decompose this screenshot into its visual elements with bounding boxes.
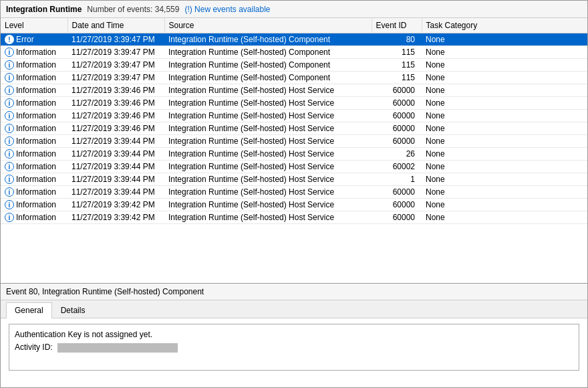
table-row[interactable]: iInformation11/27/2019 3:39:46 PMIntegra… (1, 84, 587, 97)
level-text: Information (16, 111, 56, 120)
app-title: Integration Runtime (6, 5, 82, 14)
col-source[interactable]: Source (164, 18, 372, 33)
col-eventid[interactable]: Event ID (372, 18, 422, 33)
info-icon: i (5, 60, 14, 70)
level-text: Information (16, 47, 56, 57)
cell-source: Integration Runtime (Self-hosted) Host S… (164, 211, 372, 224)
table-row[interactable]: iInformation11/27/2019 3:39:46 PMIntegra… (1, 122, 587, 135)
table-row[interactable]: iInformation11/27/2019 3:39:46 PMIntegra… (1, 110, 587, 122)
table-row[interactable]: iInformation11/27/2019 3:39:42 PMIntegra… (1, 199, 587, 211)
cell-datetime: 11/27/2019 3:39:47 PM (67, 59, 164, 72)
error-icon: ! (5, 35, 14, 44)
cell-source: Integration Runtime (Self-hosted) Host S… (164, 110, 372, 122)
cell-taskcategory: None (422, 186, 587, 199)
cell-source: Integration Runtime (Self-hosted) Compon… (164, 59, 372, 72)
table-row[interactable]: iInformation11/27/2019 3:39:42 PMIntegra… (1, 211, 587, 224)
cell-datetime: 11/27/2019 3:39:47 PM (67, 33, 164, 46)
tab-details[interactable]: Details (52, 302, 94, 318)
cell-datetime: 11/27/2019 3:39:44 PM (67, 135, 164, 148)
cell-eventid: 1 (372, 173, 422, 186)
cell-source: Integration Runtime (Self-hosted) Compon… (164, 46, 372, 59)
cell-datetime: 11/27/2019 3:39:46 PM (67, 84, 164, 97)
cell-eventid: 26 (372, 148, 422, 161)
table-row[interactable]: iInformation11/27/2019 3:39:46 PMIntegra… (1, 97, 587, 110)
cell-source: Integration Runtime (Self-hosted) Host S… (164, 148, 372, 161)
cell-source: Integration Runtime (Self-hosted) Host S… (164, 97, 372, 110)
level-text: Information (16, 200, 56, 209)
info-icon: i (5, 98, 14, 108)
table-row[interactable]: !Error11/27/2019 3:39:47 PMIntegration R… (1, 33, 587, 46)
cell-level: iInformation (1, 211, 67, 224)
cell-level: iInformation (1, 173, 67, 186)
cell-eventid: 60000 (372, 122, 422, 135)
cell-eventid: 115 (372, 59, 422, 72)
level-text: Information (16, 73, 56, 82)
level-text: Information (16, 162, 56, 171)
cell-level: iInformation (1, 46, 67, 59)
cell-datetime: 11/27/2019 3:39:44 PM (67, 161, 164, 173)
col-datetime[interactable]: Date and Time (67, 18, 164, 33)
level-text: Information (16, 98, 56, 108)
cell-eventid: 60000 (372, 211, 422, 224)
col-taskcategory[interactable]: Task Category (422, 18, 587, 33)
level-text: Information (16, 124, 56, 133)
cell-level: iInformation (1, 84, 67, 97)
col-level[interactable]: Level (1, 18, 67, 33)
cell-taskcategory: None (422, 72, 587, 84)
table-body: !Error11/27/2019 3:39:47 PMIntegration R… (1, 33, 587, 224)
cell-datetime: 11/27/2019 3:39:44 PM (67, 148, 164, 161)
cell-taskcategory: None (422, 122, 587, 135)
detail-panel: Event 80, Integration Runtime (Self-host… (1, 284, 587, 387)
cell-level: iInformation (1, 148, 67, 161)
cell-datetime: 11/27/2019 3:39:47 PM (67, 72, 164, 84)
cell-source: Integration Runtime (Self-hosted) Host S… (164, 186, 372, 199)
event-count: Number of events: 34,559 (87, 5, 179, 14)
table-row[interactable]: iInformation11/27/2019 3:39:44 PMIntegra… (1, 173, 587, 186)
table-row[interactable]: iInformation11/27/2019 3:39:44 PMIntegra… (1, 161, 587, 173)
cell-eventid: 60000 (372, 135, 422, 148)
tabs-bar: General Details (1, 300, 587, 318)
info-icon: i (5, 111, 14, 120)
cell-level: !Error (1, 33, 67, 46)
cell-source: Integration Runtime (Self-hosted) Compon… (164, 72, 372, 84)
cell-datetime: 11/27/2019 3:39:44 PM (67, 173, 164, 186)
cell-taskcategory: None (422, 173, 587, 186)
activity-id-label: Activity ID: (15, 343, 53, 352)
cell-datetime: 11/27/2019 3:39:46 PM (67, 122, 164, 135)
table-row[interactable]: iInformation11/27/2019 3:39:47 PMIntegra… (1, 46, 587, 59)
table-header: Level Date and Time Source Event ID Task… (1, 18, 587, 33)
cell-eventid: 115 (372, 46, 422, 59)
cell-taskcategory: None (422, 211, 587, 224)
level-text: Error (16, 35, 34, 44)
cell-level: iInformation (1, 110, 67, 122)
detail-line1: Authentication Key is not assigned yet. (15, 328, 573, 341)
tab-general[interactable]: General (6, 302, 52, 318)
activity-id-value (57, 343, 178, 353)
table-row[interactable]: iInformation11/27/2019 3:39:44 PMIntegra… (1, 186, 587, 199)
level-text: Information (16, 136, 56, 146)
table-row[interactable]: iInformation11/27/2019 3:39:44 PMIntegra… (1, 135, 587, 148)
cell-source: Integration Runtime (Self-hosted) Host S… (164, 161, 372, 173)
cell-datetime: 11/27/2019 3:39:46 PM (67, 97, 164, 110)
cell-eventid: 60000 (372, 97, 422, 110)
level-text: Information (16, 187, 56, 197)
cell-eventid: 60002 (372, 161, 422, 173)
info-icon: i (5, 136, 14, 146)
cell-eventid: 60000 (372, 84, 422, 97)
cell-level: iInformation (1, 186, 67, 199)
info-icon: i (5, 175, 14, 184)
table-row[interactable]: iInformation11/27/2019 3:39:47 PMIntegra… (1, 59, 587, 72)
table-row[interactable]: iInformation11/27/2019 3:39:47 PMIntegra… (1, 72, 587, 84)
cell-eventid: 60000 (372, 199, 422, 211)
cell-eventid: 60000 (372, 110, 422, 122)
table-row[interactable]: iInformation11/27/2019 3:39:44 PMIntegra… (1, 148, 587, 161)
cell-source: Integration Runtime (Self-hosted) Host S… (164, 173, 372, 186)
detail-line2: Activity ID: (15, 341, 573, 354)
cell-level: iInformation (1, 72, 67, 84)
info-icon: i (5, 162, 14, 171)
cell-level: iInformation (1, 59, 67, 72)
cell-source: Integration Runtime (Self-hosted) Host S… (164, 135, 372, 148)
level-text: Information (16, 149, 56, 159)
event-log-table-container[interactable]: Level Date and Time Source Event ID Task… (1, 18, 587, 284)
new-events-badge: (!) New events available (184, 5, 270, 14)
